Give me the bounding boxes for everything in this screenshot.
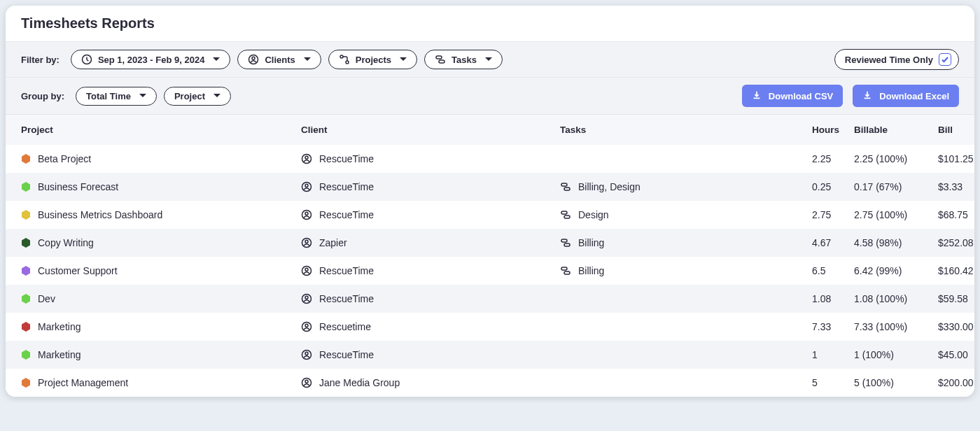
download-excel-button[interactable]: Download Excel [853,85,959,107]
svg-rect-29 [564,271,570,274]
project-name: Marketing [38,321,80,332]
table-body: Beta Project RescueTime 2.25 2.25 (100%)… [6,145,974,397]
cell-hours: 0.25 [812,181,854,192]
svg-point-35 [305,324,308,327]
cell-hours: 6.5 [812,265,854,276]
cell-billable: 6.42 (99%) [854,265,938,276]
cell-tasks: Billing [560,237,812,248]
download-csv-button[interactable]: Download CSV [742,85,843,107]
clients-filter-label: Clients [265,55,295,65]
svg-marker-15 [22,210,30,220]
cell-client: RescueTime [301,265,560,276]
svg-rect-24 [564,243,570,246]
svg-rect-14 [564,188,570,190]
download-icon [752,90,763,101]
projects-filter[interactable]: Projects [328,50,417,69]
project-color-icon [21,154,31,164]
table-row[interactable]: Business Forecast RescueTime Billing, De… [6,173,974,201]
col-client: Client [301,125,560,135]
reviewed-checkbox[interactable] [939,53,951,66]
person-icon [301,265,312,276]
svg-point-41 [305,380,308,383]
svg-rect-19 [564,216,570,218]
cell-hours: 7.33 [812,321,854,332]
table-row[interactable]: Business Metrics Dashboard RescueTime De… [6,201,974,229]
svg-marker-25 [22,266,30,276]
svg-point-27 [305,268,308,271]
date-range-filter[interactable]: Sep 1, 2023 - Feb 9, 2024 [71,50,230,69]
cell-billable: 0.17 (67%) [854,181,938,192]
svg-point-9 [305,156,308,159]
svg-marker-7 [22,154,30,164]
project-color-icon [21,210,31,220]
filter-row: Filter by: Sep 1, 2023 - Feb 9, 2024 Cli… [6,42,974,78]
clients-filter[interactable]: Clients [237,50,321,69]
person-icon [301,377,312,388]
reviewed-time-only-toggle[interactable]: Reviewed Time Only [834,49,959,70]
person-icon [301,209,312,220]
reviewed-label: Reviewed Time Only [845,55,933,65]
person-icon [301,181,312,192]
tasks-filter-label: Tasks [451,55,477,65]
cell-client: RescueTime [301,153,560,164]
table-row[interactable]: Marketing RescueTime 1 1 (100%) $45.00 [6,341,974,369]
page-title: Timesheets Reports [21,15,959,31]
chevron-down-icon [214,94,220,98]
svg-marker-30 [22,294,30,304]
svg-point-17 [305,212,308,215]
cell-bill: $101.25 [938,153,974,164]
svg-point-3 [340,55,343,58]
col-bill: Bill [938,125,974,135]
svg-rect-23 [561,239,567,242]
cell-project: Marketing [21,349,301,360]
group-project-label: Project [174,91,205,101]
svg-marker-39 [22,378,30,388]
client-name: RescueTime [319,349,374,360]
tasks-text: Design [578,209,609,220]
person-icon [301,349,312,360]
project-color-icon [21,378,31,388]
table-row[interactable]: Dev RescueTime 1.08 1.08 (100%) $59.58 [6,285,974,313]
projects-icon [339,54,350,65]
col-tasks: Tasks [560,125,812,135]
cell-project: Copy Writing [21,237,301,248]
client-name: RescueTime [319,265,374,276]
cell-bill: $200.00 [938,377,974,388]
cell-bill: $330.00 [938,321,974,332]
cell-project: Dev [21,293,301,304]
table-row[interactable]: Beta Project RescueTime 2.25 2.25 (100%)… [6,145,974,173]
cell-tasks: Design [560,209,812,220]
tasks-icon [560,209,571,220]
cell-hours: 2.25 [812,153,854,164]
cell-client: Jane Media Group [301,377,560,388]
svg-marker-20 [22,238,30,248]
group-total-time[interactable]: Total Time [76,87,157,106]
project-color-icon [21,182,31,192]
clock-icon [81,54,92,65]
person-icon [301,237,312,248]
table-row[interactable]: Copy Writing Zapier Billing 4.67 4.58 (9… [6,229,974,257]
client-name: RescueTime [319,293,374,304]
table-row[interactable]: Marketing Rescuetime 7.33 7.33 (100%) $3… [6,313,974,341]
cell-hours: 2.75 [812,209,854,220]
tasks-filter[interactable]: Tasks [424,50,503,69]
cell-bill: $45.00 [938,349,974,360]
cell-billable: 7.33 (100%) [854,321,938,332]
table-row[interactable]: Customer Support RescueTime Billing 6.5 … [6,257,974,285]
cell-billable: 2.75 (100%) [854,209,938,220]
tasks-text: Billing [578,237,604,248]
table-row[interactable]: Project Management Jane Media Group 5 5 … [6,369,974,397]
group-project[interactable]: Project [164,87,231,106]
tasks-icon [560,181,571,192]
tasks-icon [560,237,571,248]
client-name: Zapier [319,237,347,248]
person-icon [301,153,312,164]
cell-hours: 5 [812,377,854,388]
cell-bill: $68.75 [938,209,974,220]
cell-billable: 2.25 (100%) [854,153,938,164]
person-icon [301,321,312,332]
filter-label: Filter by: [21,55,59,65]
cell-billable: 1 (100%) [854,349,938,360]
project-name: Project Management [38,377,128,388]
svg-marker-33 [22,322,30,332]
